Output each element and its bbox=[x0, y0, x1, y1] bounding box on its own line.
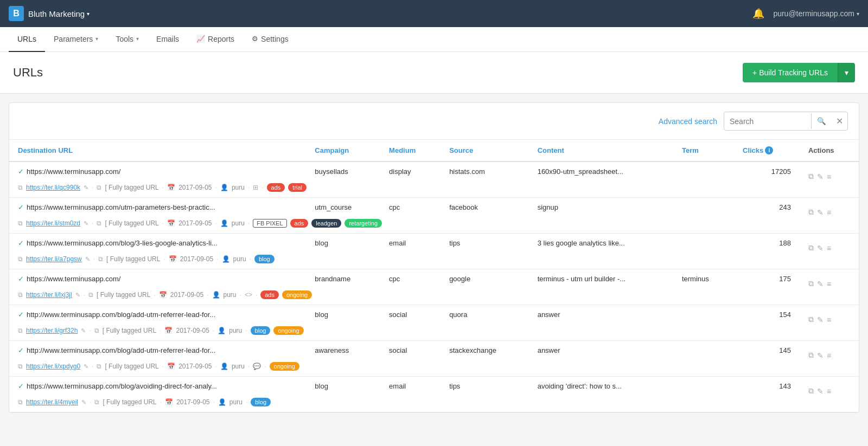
edit-icon[interactable]: ✎ bbox=[817, 244, 824, 253]
destination-url-link[interactable]: https://www.terminusapp.com/ bbox=[27, 167, 120, 176]
advanced-search-link[interactable]: Advanced search bbox=[659, 117, 717, 126]
destination-url-link[interactable]: https://www.terminusapp.com/blog/avoidin… bbox=[27, 382, 217, 390]
destination-url-link[interactable]: http://www.terminusapp.com/blog/add-utm-… bbox=[27, 346, 215, 354]
th-term[interactable]: Term bbox=[673, 140, 734, 161]
company-selector[interactable]: Bluth Marketing ▾ bbox=[28, 9, 90, 18]
destination-url-link[interactable]: https://www.terminusapp.com/ bbox=[27, 275, 120, 283]
edit-icon[interactable]: ✎ bbox=[817, 351, 824, 360]
tag[interactable]: blog bbox=[251, 326, 271, 335]
destination-url-link[interactable]: https://www.terminusapp.com/utm-paramete… bbox=[27, 203, 215, 211]
menu-icon[interactable]: ≡ bbox=[827, 172, 831, 181]
tag-status: [ Fully tagged URL bbox=[105, 184, 158, 191]
meta-row: ⧉ https://ter.li/grf32h ✎ · ⧉ [ Fully ta… bbox=[18, 326, 850, 335]
tag[interactable]: trial bbox=[288, 183, 307, 192]
table-row: ✓ http://www.terminusapp.com/blog/add-ut… bbox=[9, 341, 859, 361]
clicks-info-icon[interactable]: i bbox=[765, 146, 773, 154]
menu-icon[interactable]: ≡ bbox=[827, 280, 831, 288]
copy-icon[interactable]: ⧉ bbox=[808, 351, 814, 360]
nav-label-emails: Emails bbox=[156, 35, 179, 43]
th-content[interactable]: Content bbox=[529, 140, 673, 161]
tag[interactable]: blog bbox=[254, 255, 275, 263]
copy-icon[interactable]: ⧉ bbox=[808, 208, 814, 217]
edit-small-icon[interactable]: ✎ bbox=[85, 256, 90, 263]
copy-icon[interactable]: ⧉ bbox=[808, 172, 814, 181]
tag[interactable]: retargeting bbox=[344, 219, 382, 228]
tag[interactable]: ads bbox=[267, 183, 285, 192]
destination-url-link[interactable]: https://www.terminusapp.com/blog/3-lies-… bbox=[27, 239, 218, 247]
edit-icon[interactable]: ✎ bbox=[817, 387, 824, 396]
edit-small-icon[interactable]: ✎ bbox=[84, 184, 88, 191]
search-clear-button[interactable]: ✕ bbox=[832, 112, 847, 130]
date: 2017-09-05 bbox=[180, 255, 213, 263]
short-url-link[interactable]: https://ter.li/4myeil bbox=[26, 398, 78, 406]
notifications-bell-icon[interactable]: 🔔 bbox=[752, 8, 764, 20]
topbar-right: 🔔 puru@terminusapp.com ▾ bbox=[752, 8, 859, 20]
edit-small-icon[interactable]: ✎ bbox=[75, 292, 80, 299]
tag[interactable]: FB PIXEL bbox=[253, 219, 286, 228]
user: puru bbox=[224, 291, 237, 299]
nav-item-reports[interactable]: 📈 Reports bbox=[188, 27, 243, 52]
nav-item-emails[interactable]: Emails bbox=[148, 27, 188, 52]
destination-url-link[interactable]: http://www.terminusapp.com/blog/add-utm-… bbox=[27, 311, 215, 319]
check-icon: ✓ bbox=[18, 239, 24, 247]
edit-icon[interactable]: ✎ bbox=[817, 280, 824, 288]
short-url-link[interactable]: https://ter.li/lxj3jl bbox=[26, 291, 72, 299]
medium-cell: cpc bbox=[380, 269, 441, 290]
page-title: URLs bbox=[13, 66, 43, 80]
short-url-link[interactable]: https://ter.li/a7pgsw bbox=[26, 255, 82, 263]
copy-icon[interactable]: ⧉ bbox=[808, 279, 814, 288]
tag[interactable]: ads bbox=[290, 219, 309, 228]
tag-status: [ Fully tagged URL bbox=[105, 219, 158, 227]
th-medium-label: Medium bbox=[389, 146, 416, 154]
short-url-link[interactable]: https://ter.li/xpdyg0 bbox=[26, 363, 80, 370]
th-destination-url-label: Destination URL bbox=[18, 146, 73, 154]
tag[interactable]: ongoing bbox=[270, 362, 299, 371]
edit-icon[interactable]: ✎ bbox=[817, 315, 824, 324]
urls-table: Destination URL Campaign Medium Source C… bbox=[9, 140, 859, 412]
edit-small-icon[interactable]: ✎ bbox=[81, 327, 86, 334]
th-campaign[interactable]: Campaign bbox=[306, 140, 380, 161]
table-row-meta: ⧉ https://ter.li/qc990k ✎ · ⧉ [ Fully ta… bbox=[9, 182, 859, 198]
tag[interactable]: ads bbox=[260, 290, 279, 299]
chevron-down-icon: ▾ bbox=[857, 11, 859, 17]
date: 2017-09-05 bbox=[170, 291, 203, 299]
nav-item-settings[interactable]: ⚙ Settings bbox=[243, 27, 297, 52]
menu-icon[interactable]: ≡ bbox=[827, 387, 831, 396]
tag[interactable]: blog bbox=[251, 398, 271, 406]
term-cell bbox=[673, 161, 734, 182]
search-input[interactable] bbox=[724, 113, 811, 130]
edit-small-icon[interactable]: ✎ bbox=[81, 399, 86, 406]
destination-url-cell: ✓ https://www.terminusapp.com/utm-parame… bbox=[18, 203, 297, 211]
menu-icon[interactable]: ≡ bbox=[827, 244, 831, 253]
th-clicks[interactable]: Clicks i bbox=[734, 140, 800, 161]
build-tracking-urls-button[interactable]: + Build Tracking URLs bbox=[743, 63, 838, 82]
menu-icon[interactable]: ≡ bbox=[827, 315, 831, 324]
copy-icon[interactable]: ⧉ bbox=[808, 243, 814, 253]
edit-small-icon[interactable]: ✎ bbox=[84, 363, 88, 370]
menu-icon[interactable]: ≡ bbox=[827, 208, 831, 217]
edit-icon[interactable]: ✎ bbox=[817, 172, 824, 181]
build-tracking-urls-dropdown-button[interactable]: ▾ bbox=[838, 63, 855, 82]
nav-item-urls[interactable]: URLs bbox=[9, 27, 45, 52]
user-menu[interactable]: puru@terminusapp.com ▾ bbox=[773, 9, 859, 18]
short-url-link[interactable]: https://ter.li/grf32h bbox=[26, 327, 78, 334]
copy-icon[interactable]: ⧉ bbox=[808, 386, 814, 396]
search-submit-button[interactable]: 🔍 bbox=[811, 113, 832, 129]
tag[interactable]: ongoing bbox=[282, 290, 312, 299]
nav-item-tools[interactable]: Tools ▾ bbox=[107, 27, 148, 52]
tag[interactable]: leadgen bbox=[311, 219, 341, 228]
short-url-link[interactable]: https://ter.li/qc990k bbox=[26, 184, 80, 191]
th-destination-url[interactable]: Destination URL bbox=[9, 140, 306, 161]
nav-item-parameters[interactable]: Parameters ▾ bbox=[45, 27, 107, 52]
copy-icon[interactable]: ⧉ bbox=[808, 315, 814, 324]
edit-small-icon[interactable]: ✎ bbox=[84, 220, 88, 227]
tag[interactable]: ongoing bbox=[273, 326, 303, 335]
menu-icon[interactable]: ≡ bbox=[827, 351, 831, 360]
check-icon: ✓ bbox=[18, 167, 24, 176]
short-url-link[interactable]: https://ter.li/stm0zd bbox=[26, 219, 80, 227]
th-medium[interactable]: Medium bbox=[380, 140, 441, 161]
th-source[interactable]: Source bbox=[441, 140, 529, 161]
comment-icon: 💬 bbox=[253, 363, 261, 370]
date: 2017-09-05 bbox=[176, 327, 209, 334]
edit-icon[interactable]: ✎ bbox=[817, 208, 824, 217]
